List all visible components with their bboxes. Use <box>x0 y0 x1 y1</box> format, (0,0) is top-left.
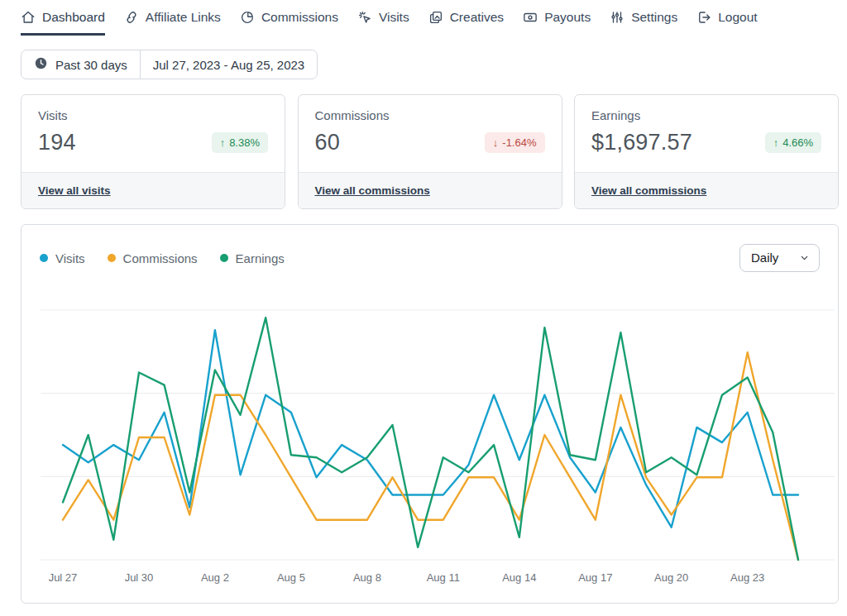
earnings-card: Earnings $1,697.57 ↑ 4.66% View all comm… <box>574 94 839 209</box>
arrow-up-icon: ↑ <box>220 136 226 149</box>
change-value: 4.66% <box>782 136 813 149</box>
date-filter-row: Past 30 days Jul 27, 2023 - Aug 25, 2023 <box>21 50 847 79</box>
date-preset-label: Past 30 days <box>55 58 127 72</box>
date-preset-button[interactable]: Past 30 days <box>22 50 140 79</box>
chart-header: Visits Commissions Earnings Daily <box>22 225 838 275</box>
nav-item-logout[interactable]: Logout <box>696 10 757 36</box>
top-nav: Dashboard Affiliate Links Commissions Vi… <box>0 0 847 36</box>
nav-item-dashboard[interactable]: Dashboard <box>21 10 105 36</box>
nav-item-commissions[interactable]: Commissions <box>240 10 338 36</box>
nav-item-affiliate-links[interactable]: Affiliate Links <box>124 10 221 36</box>
commissions-card: Commissions 60 ↓ -1.64% View all commiss… <box>298 94 562 209</box>
nav-label: Dashboard <box>42 10 105 25</box>
change-value: 8.38% <box>229 136 260 149</box>
change-badge: ↑ 8.38% <box>212 132 268 153</box>
legend-item-visits[interactable]: Visits <box>40 251 85 265</box>
interval-select[interactable]: Daily <box>739 244 820 272</box>
clock-icon <box>34 56 48 73</box>
change-badge: ↑ 4.66% <box>765 132 821 153</box>
card-title: Visits <box>38 108 268 122</box>
x-axis-tick: Jul 30 <box>125 571 154 584</box>
view-all-visits-link[interactable]: View all visits <box>38 184 111 197</box>
pie-chart-icon <box>240 10 255 25</box>
change-badge: ↓ -1.64% <box>485 132 545 153</box>
view-all-commissions-link[interactable]: View all commissions <box>591 184 706 197</box>
card-title: Earnings <box>591 108 821 122</box>
chart-legend: Visits Commissions Earnings <box>40 251 285 265</box>
sliders-icon <box>610 10 624 25</box>
x-axis-tick: Jul 27 <box>49 571 78 584</box>
nav-item-settings[interactable]: Settings <box>610 10 677 36</box>
logout-icon <box>696 10 711 25</box>
cursor-click-icon <box>357 10 372 25</box>
series-line-earnings <box>63 318 798 560</box>
arrow-down-icon: ↓ <box>493 136 499 149</box>
series-line-visits <box>63 330 798 528</box>
card-footer: View all visits <box>22 172 285 208</box>
card-footer: View all commissions <box>575 172 838 208</box>
interval-value: Daily <box>751 251 778 265</box>
card-value: 60 <box>315 130 340 155</box>
line-chart: Jul 27Jul 30Aug 2Aug 5Aug 8Aug 11Aug 14A… <box>22 280 838 601</box>
nav-label: Affiliate Links <box>146 10 221 25</box>
home-icon <box>21 10 36 25</box>
legend-dot <box>108 254 116 262</box>
nav-label: Visits <box>379 10 409 25</box>
legend-item-earnings[interactable]: Earnings <box>220 251 285 265</box>
nav-label: Creatives <box>450 10 504 25</box>
x-axis-tick: Aug 2 <box>201 571 229 584</box>
legend-item-commissions[interactable]: Commissions <box>108 251 198 265</box>
x-axis-tick: Aug 14 <box>502 571 536 584</box>
card-value: 194 <box>38 130 76 155</box>
card-value: $1,697.57 <box>591 130 692 155</box>
x-axis-tick: Aug 17 <box>578 571 612 584</box>
change-value: -1.64% <box>502 136 536 149</box>
nav-item-creatives[interactable]: Creatives <box>428 10 504 36</box>
chart-card: Visits Commissions Earnings Daily Jul 27… <box>21 224 839 604</box>
nav-label: Settings <box>631 10 677 25</box>
stat-cards-row: Visits 194 ↑ 8.38% View all visits Commi… <box>21 94 839 209</box>
visits-card: Visits 194 ↑ 8.38% View all visits <box>21 94 285 209</box>
nav-item-visits[interactable]: Visits <box>357 10 409 36</box>
nav-label: Payouts <box>544 10 591 25</box>
chevron-down-icon <box>800 251 809 265</box>
date-range-label: Jul 27, 2023 - Aug 25, 2023 <box>153 58 304 72</box>
series-line-commissions <box>63 352 798 560</box>
x-axis-tick: Aug 5 <box>277 571 305 584</box>
legend-dot <box>220 254 228 262</box>
nav-label: Logout <box>718 10 757 25</box>
date-range-button[interactable]: Jul 27, 2023 - Aug 25, 2023 <box>140 50 317 79</box>
nav-label: Commissions <box>261 10 338 25</box>
legend-label: Commissions <box>123 251 198 265</box>
x-axis-tick: Aug 11 <box>427 571 460 584</box>
card-title: Commissions <box>315 108 545 122</box>
images-icon <box>428 10 443 25</box>
x-axis-tick: Aug 8 <box>353 571 381 584</box>
card-footer: View all commissions <box>299 172 562 208</box>
date-filter: Past 30 days Jul 27, 2023 - Aug 25, 2023 <box>21 50 318 79</box>
arrow-up-icon: ↑ <box>773 136 779 149</box>
nav-item-payouts[interactable]: Payouts <box>523 10 591 36</box>
view-all-commissions-link[interactable]: View all commissions <box>315 184 430 197</box>
link-icon <box>124 10 139 25</box>
legend-dot <box>40 254 48 262</box>
x-axis-tick: Aug 20 <box>654 571 688 584</box>
x-axis-tick: Aug 23 <box>730 571 764 584</box>
banknote-icon <box>523 10 538 25</box>
legend-label: Earnings <box>236 251 285 265</box>
legend-label: Visits <box>55 251 85 265</box>
